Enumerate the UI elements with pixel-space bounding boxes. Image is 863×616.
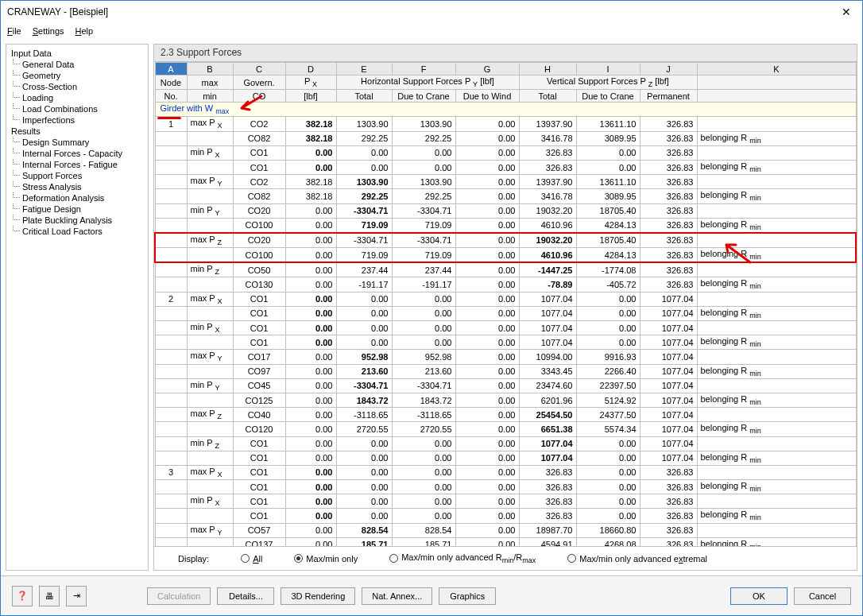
- table-row[interactable]: min P YCO450.00-3304.71-3304.710.0023474…: [155, 378, 856, 393]
- col-letter[interactable]: E: [336, 63, 392, 76]
- cell: [187, 393, 233, 407]
- calculation-button[interactable]: Calculation: [147, 587, 211, 605]
- menu-settings[interactable]: Settings: [33, 26, 64, 36]
- table-row[interactable]: CO10.000.000.000.001077.040.001077.04bel…: [155, 451, 856, 465]
- table-row[interactable]: CO82382.18292.25292.250.003416.783089.95…: [155, 131, 856, 145]
- table-row[interactable]: CO1000.00719.09719.090.004610.964284.133…: [155, 248, 856, 263]
- details-button[interactable]: Details...: [217, 587, 274, 605]
- cell: 19032.20: [519, 233, 576, 248]
- col-letter[interactable]: I: [576, 63, 640, 76]
- tree-item[interactable]: Loading: [8, 92, 146, 103]
- display-radio[interactable]: Max/min only: [294, 554, 358, 564]
- tree-item[interactable]: Internal Forces - Fatigue: [8, 159, 146, 170]
- table-row[interactable]: 2max P XCO10.000.000.000.001077.040.0010…: [155, 292, 856, 306]
- help-button[interactable]: ❓: [12, 586, 33, 606]
- table-row[interactable]: CO10.000.000.000.00326.830.00326.83belon…: [155, 480, 856, 494]
- cell: -191.17: [336, 277, 392, 292]
- cell: belonging R min: [697, 537, 856, 546]
- cell: -405.72: [576, 277, 640, 292]
- cell: max P Y: [187, 523, 233, 537]
- tree-item[interactable]: Stress Analysis: [8, 181, 146, 192]
- table-row[interactable]: max P YCO570.00828.54828.540.0018987.701…: [155, 523, 856, 537]
- table-row[interactable]: CO1000.00719.09719.090.004610.964284.133…: [155, 218, 856, 233]
- table-row[interactable]: CO1250.001843.721843.720.006201.965124.9…: [155, 393, 856, 407]
- tree-item[interactable]: Support Forces: [8, 170, 146, 181]
- print-button[interactable]: 🖶: [39, 586, 60, 606]
- col-letter[interactable]: J: [640, 63, 697, 76]
- table-row[interactable]: min P ZCO500.00237.44237.440.00-1447.25-…: [155, 262, 856, 277]
- tree-item[interactable]: Deformation Analysis: [8, 192, 146, 203]
- table-row[interactable]: max P ZCO200.00-3304.71-3304.710.0019032…: [155, 233, 856, 248]
- tree-item[interactable]: Imperfections: [8, 114, 146, 126]
- menu-help[interactable]: Help: [75, 26, 94, 36]
- col-letter[interactable]: C: [233, 63, 285, 76]
- table-row[interactable]: CO1200.002720.552720.550.006651.385574.3…: [155, 422, 856, 436]
- cell: 0.00: [285, 160, 336, 174]
- display-radio[interactable]: Max/min only advanced extremal: [567, 554, 707, 564]
- cell: 0.00: [576, 292, 640, 306]
- table-row[interactable]: 1max P XCO2382.181303.901303.900.0013937…: [155, 117, 856, 131]
- menu-file[interactable]: File: [7, 26, 21, 36]
- table-row[interactable]: max P YCO170.00952.98952.980.0010994.009…: [155, 350, 856, 364]
- col-letter[interactable]: K: [697, 63, 856, 76]
- cell: [155, 277, 187, 292]
- hdr-max: max: [187, 76, 233, 90]
- tree-item[interactable]: Geometry: [8, 70, 146, 81]
- display-radio[interactable]: Max/min only advanced Rmin/Rmax: [389, 552, 536, 564]
- cell: [697, 175, 856, 189]
- tree-item[interactable]: General Data: [8, 59, 146, 70]
- cell: 0.00: [576, 306, 640, 320]
- col-letter[interactable]: D: [285, 63, 336, 76]
- tree-input-data[interactable]: Input Data: [8, 48, 146, 59]
- tree-item[interactable]: Internal Forces - Capacity: [8, 148, 146, 159]
- table-row[interactable]: CO970.00213.60213.600.003343.452266.4010…: [155, 364, 856, 378]
- table-row[interactable]: CO1370.00185.71185.710.004594.914268.083…: [155, 537, 856, 546]
- close-icon[interactable]: ✕: [837, 6, 856, 18]
- cell: 2266.40: [576, 364, 640, 378]
- cell: min P X: [187, 321, 233, 335]
- cancel-button[interactable]: Cancel: [794, 587, 851, 605]
- graphics-button[interactable]: Graphics: [439, 587, 496, 605]
- table-row[interactable]: CO1300.00-191.17-191.170.00-78.89-405.72…: [155, 277, 856, 292]
- cell: 0.00: [285, 335, 336, 350]
- col-letter[interactable]: B: [187, 63, 233, 76]
- col-letter[interactable]: G: [455, 63, 519, 76]
- tree-item[interactable]: Plate Buckling Analysis: [8, 215, 146, 226]
- table-row[interactable]: CO10.000.000.000.00326.830.00326.83belon…: [155, 509, 856, 523]
- table-row[interactable]: CO82382.18292.25292.250.003416.783089.95…: [155, 189, 856, 203]
- hdr-total2: Total: [519, 90, 576, 103]
- cell: CO1: [233, 494, 285, 509]
- col-letter[interactable]: H: [519, 63, 576, 76]
- tree-item[interactable]: Design Summary: [8, 137, 146, 148]
- tree-item[interactable]: Cross-Section: [8, 81, 146, 92]
- annex-button[interactable]: Nat. Annex...: [362, 587, 432, 605]
- cell: 719.09: [336, 248, 392, 263]
- table-row[interactable]: min P ZCO10.000.000.000.001077.040.00107…: [155, 436, 856, 451]
- cell: 0.00: [392, 145, 455, 160]
- table-row[interactable]: min P XCO10.000.000.000.00326.830.00326.…: [155, 145, 856, 160]
- export-button[interactable]: ⇥: [66, 586, 87, 606]
- table-row[interactable]: min P YCO200.00-3304.71-3304.710.0019032…: [155, 203, 856, 218]
- col-letter[interactable]: A: [155, 63, 187, 76]
- tree-item[interactable]: Critical Load Factors: [8, 226, 146, 237]
- table-row[interactable]: CO10.000.000.000.001077.040.001077.04bel…: [155, 335, 856, 350]
- panel-title: 2.3 Support Forces: [154, 45, 857, 62]
- col-letter[interactable]: F: [392, 63, 455, 76]
- tree-results[interactable]: Results: [8, 126, 146, 137]
- results-grid[interactable]: ABCDEFGHIJK Node max Govern. P X Horizon…: [154, 62, 857, 546]
- table-row[interactable]: max P YCO2382.181303.901303.900.0013937.…: [155, 175, 856, 189]
- table-row[interactable]: CO10.000.000.000.00326.830.00326.83belon…: [155, 160, 856, 174]
- cell: 0.00: [392, 465, 455, 479]
- ok-button[interactable]: OK: [730, 587, 788, 605]
- display-radio[interactable]: All: [241, 554, 262, 564]
- table-row[interactable]: 3max P XCO10.000.000.000.00326.830.00326…: [155, 465, 856, 479]
- tree-item[interactable]: Fatigue Design: [8, 203, 146, 215]
- cell: 0.00: [392, 436, 455, 451]
- cell: 3089.95: [576, 131, 640, 145]
- rendering-button[interactable]: 3D Rendering: [281, 587, 355, 605]
- table-row[interactable]: min P XCO10.000.000.000.00326.830.00326.…: [155, 494, 856, 509]
- table-row[interactable]: min P XCO10.000.000.000.001077.040.00107…: [155, 321, 856, 335]
- table-row[interactable]: CO10.000.000.000.001077.040.001077.04bel…: [155, 306, 856, 320]
- tree-item[interactable]: Load Combinations: [8, 103, 146, 114]
- table-row[interactable]: max P ZCO400.00-3118.65-3118.650.0025454…: [155, 408, 856, 422]
